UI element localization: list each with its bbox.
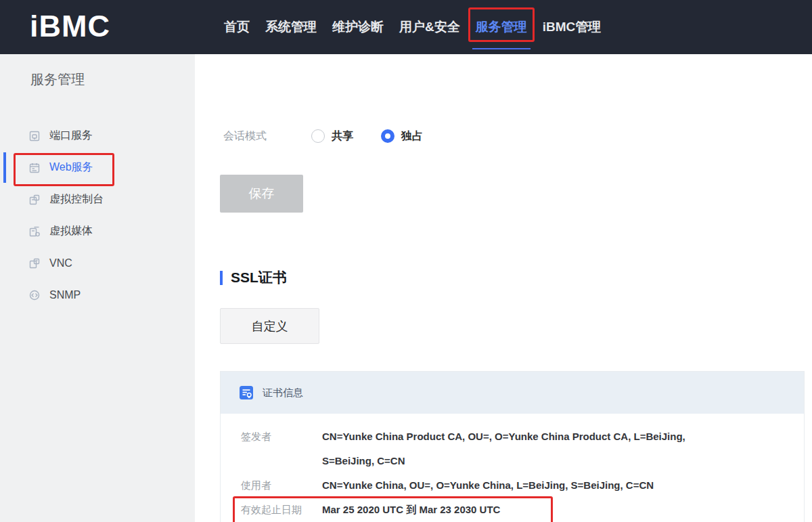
cert-row-value: CN=Yunke China, OU=, O=Yunke China, L=Be… xyxy=(322,473,654,498)
session-mode-row: 会话模式 共享 独占 xyxy=(223,124,423,148)
top-nav: 首页 系统管理 维护诊断 用户&安全 服务管理 iBMC管理 xyxy=(224,0,601,54)
cert-row-validity: 有效起止日期 Mar 25 2020 UTC 到 Mar 23 2030 UTC xyxy=(241,498,784,522)
radio-option-exclusive[interactable]: 独占 xyxy=(381,129,423,144)
ssl-section-title-text: SSL证书 xyxy=(231,268,287,287)
nav-item-system-mgmt[interactable]: 系统管理 xyxy=(265,18,317,36)
sidebar-item-vnc[interactable]: VNC xyxy=(0,247,195,279)
app-logo: iBMC xyxy=(30,0,110,53)
sidebar-item-port-service[interactable]: 端口服务 xyxy=(0,120,195,152)
sidebar-item-snmp[interactable]: SNMP xyxy=(0,279,195,311)
cert-row-subject: 使用者 CN=Yunke China, OU=, O=Yunke China, … xyxy=(241,473,784,498)
radio-unselected-icon[interactable] xyxy=(311,129,325,143)
virtual-console-icon xyxy=(28,194,41,206)
cert-row-value: Mar 25 2020 UTC 到 Mar 23 2030 UTC xyxy=(322,498,500,522)
nav-item-maintenance-label: 维护诊断 xyxy=(332,20,384,34)
virtual-media-icon xyxy=(28,225,41,238)
cert-row-issuer: 签发者 CN=Yunke China Product CA, OU=, O=Yu… xyxy=(241,425,784,473)
vnc-icon xyxy=(28,257,41,269)
nav-item-service-mgmt-label: 服务管理 xyxy=(476,20,527,34)
section-accent-bar xyxy=(220,271,223,285)
nav-item-home[interactable]: 首页 xyxy=(224,18,250,36)
radio-selected-icon[interactable] xyxy=(381,129,394,143)
nav-item-home-label: 首页 xyxy=(224,20,250,34)
top-header: iBMC 首页 系统管理 维护诊断 用户&安全 服务管理 iBMC管理 xyxy=(0,0,812,54)
sidebar-menu: 端口服务 Web服务 虚拟控制台 xyxy=(0,120,195,311)
sidebar-item-label: SNMP xyxy=(49,289,81,301)
sidebar-item-label: 虚拟控制台 xyxy=(49,192,104,206)
sidebar-item-label: VNC xyxy=(49,257,72,269)
sidebar-item-label: Web服务 xyxy=(49,160,93,175)
radio-option-exclusive-label: 独占 xyxy=(401,129,423,144)
nav-item-system-mgmt-label: 系统管理 xyxy=(265,20,317,34)
certificate-panel: 证书信息 签发者 CN=Yunke China Product CA, OU=,… xyxy=(220,371,805,522)
ssl-section-title: SSL证书 xyxy=(220,268,287,287)
cert-row-value: CN=Yunke China Product CA, OU=, O=Yunke … xyxy=(322,425,685,473)
customize-button[interactable]: 自定义 xyxy=(220,308,319,344)
nav-item-user-security[interactable]: 用户&安全 xyxy=(399,18,460,36)
nav-item-user-security-label: 用户&安全 xyxy=(399,20,460,34)
sidebar-item-virtual-console[interactable]: 虚拟控制台 xyxy=(0,183,195,215)
cert-row-label: 有效起止日期 xyxy=(241,498,322,522)
sidebar-title: 服务管理 xyxy=(30,70,85,89)
nav-item-maintenance[interactable]: 维护诊断 xyxy=(332,18,384,36)
nav-item-ibmc-mgmt[interactable]: iBMC管理 xyxy=(543,18,602,36)
sidebar-item-label: 端口服务 xyxy=(49,129,93,143)
nav-item-ibmc-mgmt-label: iBMC管理 xyxy=(543,20,602,34)
certificate-icon xyxy=(239,385,254,400)
cert-row-label: 使用者 xyxy=(241,473,322,498)
content-row: 服务管理 端口服务 Web服务 xyxy=(0,54,812,522)
session-mode-label: 会话模式 xyxy=(223,129,267,144)
snmp-icon xyxy=(28,289,41,301)
certificate-panel-title: 证书信息 xyxy=(263,387,303,399)
port-service-icon xyxy=(28,130,41,142)
save-button[interactable]: 保存 xyxy=(220,175,303,213)
radio-option-shared[interactable]: 共享 xyxy=(311,129,353,144)
sidebar-item-virtual-media[interactable]: 虚拟媒体 xyxy=(0,215,195,247)
sidebar-item-web-service[interactable]: Web服务 xyxy=(0,152,195,183)
sidebar-item-label: 虚拟媒体 xyxy=(49,224,93,238)
radio-option-shared-label: 共享 xyxy=(332,129,353,144)
sidebar: 服务管理 端口服务 Web服务 xyxy=(0,54,195,522)
main-content: 会话模式 共享 独占 保存 SSL证书 自定义 xyxy=(195,54,812,522)
web-service-icon xyxy=(28,162,41,174)
certificate-panel-header: 证书信息 xyxy=(221,372,804,414)
page: iBMC 首页 系统管理 维护诊断 用户&安全 服务管理 iBMC管理 服务管 xyxy=(0,0,812,522)
nav-item-service-mgmt[interactable]: 服务管理 xyxy=(476,18,527,36)
cert-row-label: 签发者 xyxy=(241,425,322,449)
certificate-panel-body: 签发者 CN=Yunke China Product CA, OU=, O=Yu… xyxy=(221,414,804,522)
